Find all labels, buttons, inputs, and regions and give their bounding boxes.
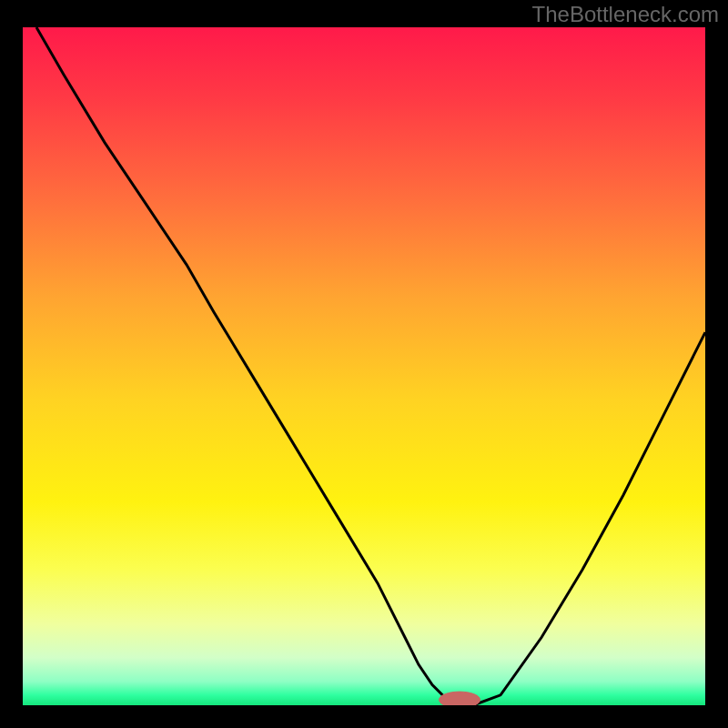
optimum-marker bbox=[440, 692, 480, 705]
chart-frame: TheBottleneck.com bbox=[0, 0, 728, 728]
plot-area bbox=[23, 27, 705, 705]
gradient-background bbox=[23, 27, 705, 705]
bottleneck-chart bbox=[23, 27, 705, 705]
watermark-text: TheBottleneck.com bbox=[532, 2, 719, 27]
